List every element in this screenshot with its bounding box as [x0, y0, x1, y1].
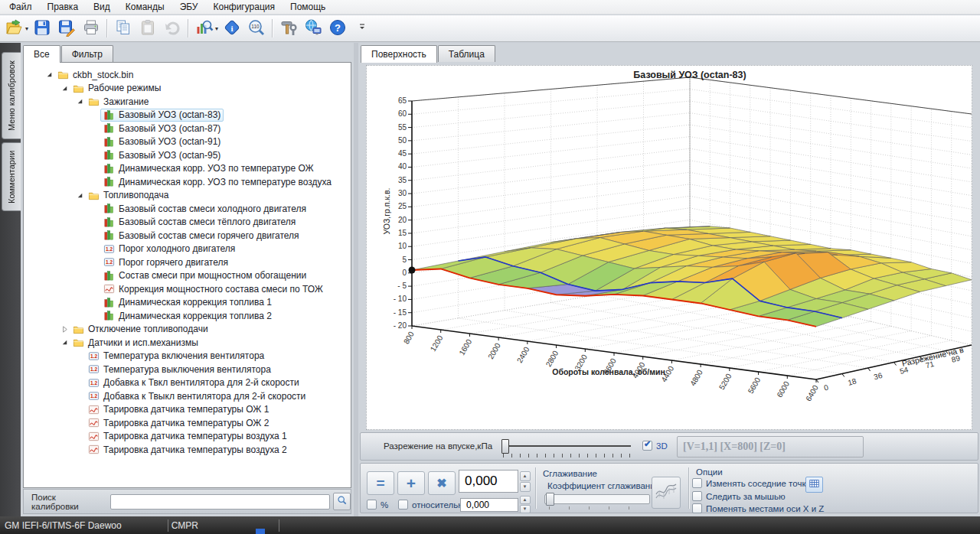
chart-area[interactable]: - 20- 15- 10- 50510152025303540455055606… [366, 65, 972, 430]
collapse-icon[interactable] [74, 191, 85, 200]
tree-item-label: Коррекция мощностного состава смеси по Т… [119, 284, 323, 295]
menu-file[interactable]: Файл [2, 0, 40, 14]
connection-button[interactable] [302, 17, 325, 40]
apply-smoothing-button[interactable] [652, 477, 681, 509]
value-input[interactable] [459, 473, 518, 490]
multiply-value-button[interactable]: ✖ [428, 471, 456, 495]
relative-spinner[interactable]: ▲▼ [519, 495, 531, 513]
open-file-button[interactable] [3, 17, 26, 40]
3d-checkbox[interactable] [642, 441, 652, 451]
expand-icon[interactable] [59, 325, 70, 334]
menu-help[interactable]: Помощь [283, 0, 333, 14]
tree-item[interactable]: Базовый УОЗ (octan-95) [24, 148, 351, 162]
save-as-button[interactable] [55, 17, 78, 40]
tree-item[interactable]: Зажигание [24, 95, 351, 109]
help-button[interactable]: ? [326, 17, 349, 40]
tree-item[interactable]: ckbh_stock.bin [24, 68, 351, 82]
adjacent-points-grid-button[interactable] [805, 477, 823, 493]
follow-mouse-checkbox[interactable] [692, 491, 702, 501]
collapse-icon[interactable] [59, 84, 70, 93]
tab-table[interactable]: Таблица [438, 45, 495, 62]
search-button[interactable] [333, 493, 351, 510]
tree-item[interactable]: Тарировка датчика температуры ОЖ 2 [24, 416, 351, 430]
info-button[interactable]: i [220, 17, 243, 40]
tree-item[interactable]: 1.2Порог горячего двигателя [24, 256, 351, 269]
print-icon [82, 18, 100, 39]
set-value-button[interactable]: = [367, 471, 394, 495]
tree-item[interactable]: 1.2Температура включения вентилятора [24, 350, 351, 363]
svg-text:Обороты коленвала, об/мин: Обороты коленвала, об/мин [552, 367, 665, 376]
help-icon: ? [328, 18, 347, 39]
print-button[interactable] [80, 17, 103, 40]
map-icon [103, 230, 116, 241]
smoothing-slider-track[interactable] [544, 494, 650, 504]
tab-all[interactable]: Все [23, 45, 60, 63]
tree-item[interactable]: 1.2Добавка к Твкл вентилятора для 2-й ск… [24, 376, 351, 390]
tree-item-label: Базовый УОЗ (octan-91) [119, 136, 220, 147]
tree-item[interactable]: Рабочие режимы [24, 82, 351, 96]
vacuum-slider-handle[interactable] [501, 439, 509, 454]
vacuum-slider-row: Разрежение на впуске,кПа 3D [V=1,1] [X=8… [360, 432, 978, 461]
percent-checkbox[interactable] [367, 500, 377, 510]
add-value-button[interactable]: + [397, 471, 425, 495]
value-spinner[interactable]: ▲▼ [519, 471, 531, 492]
relative-value-input[interactable] [461, 499, 518, 511]
smoothing-slider-handle[interactable] [546, 493, 554, 506]
adjacent-points-checkbox[interactable] [692, 478, 702, 488]
vertical-tab-calibration-menu[interactable]: Меню калибровок [2, 52, 21, 139]
vertical-tab-comments[interactable]: Комментарии [2, 142, 21, 211]
tree-item[interactable]: Базовый состав смеси горячего двигателя [24, 229, 351, 243]
dropdown-caret-icon[interactable]: ▾ [25, 25, 28, 32]
collapse-icon[interactable] [59, 338, 70, 347]
tree-item[interactable]: Базовый УОЗ (octan-87) [24, 122, 351, 135]
tree-item[interactable]: Тарировка датчика температуры воздуха 2 [24, 443, 351, 457]
tree-item[interactable]: Базовый состав смеси тёплого двигателя [24, 216, 351, 230]
svg-text:- 15: - 15 [394, 308, 407, 317]
tree-item[interactable]: Базовый УОЗ (octan-83) [24, 109, 351, 122]
tree-item[interactable]: Динамическая коррекция топлива 1 [24, 296, 351, 310]
collapse-icon[interactable] [74, 97, 85, 106]
svg-text:5: 5 [402, 256, 407, 264]
swap-axes-checkbox[interactable] [692, 503, 702, 513]
tree-item[interactable]: 1.2Добавка к Твыкл вентилятора для 2-й с… [24, 389, 351, 403]
menu-commands[interactable]: Команды [118, 0, 172, 14]
tree-item[interactable]: Датчики и исп.механизмы [24, 336, 351, 350]
tab-surface[interactable]: Поверхность [361, 45, 437, 63]
tree-item[interactable]: Отключение топливоподачи [24, 323, 351, 337]
vacuum-slider-track[interactable] [502, 445, 631, 447]
settings-button[interactable] [277, 17, 300, 40]
collapse-icon[interactable] [44, 70, 54, 79]
tree-item[interactable]: Тарировка датчика температуры воздуха 1 [24, 430, 351, 444]
curve-icon [88, 431, 101, 442]
tree-item[interactable]: Базовый УОЗ (octan-91) [24, 135, 351, 149]
menu-edit[interactable]: Правка [40, 0, 87, 14]
toolbar-separator [106, 19, 108, 37]
tree-item[interactable]: Топливоподача [24, 189, 351, 203]
tree-item[interactable]: 1.2Порог холодного двигателя [24, 243, 351, 256]
menu-configuration[interactable]: Конфигурация [205, 0, 283, 14]
save-button[interactable] [31, 17, 54, 40]
copy-button[interactable] [112, 17, 135, 40]
menu-view[interactable]: Вид [86, 0, 118, 14]
tree-item[interactable]: Тарировка датчика температуры ОЖ 1 [24, 403, 351, 417]
relative-checkbox[interactable] [398, 500, 408, 510]
dropdown-caret-icon[interactable]: ▾ [215, 25, 218, 32]
tree-item[interactable]: Базовый состав смеси холодного двигателя [24, 202, 351, 216]
save-icon [33, 18, 51, 39]
toolbar-overflow-button[interactable] [351, 17, 374, 40]
scalar-icon: 1.2 [103, 243, 116, 255]
surface-chart[interactable]: - 20- 15- 10- 50510152025303540455055606… [367, 66, 972, 429]
tree-item[interactable]: Динамическая корр. УОЗ по температуре ОЖ [24, 162, 351, 176]
compare-maps-button[interactable] [193, 17, 216, 40]
tree-item[interactable]: Динамическая корр. УОЗ по температуре во… [24, 175, 351, 189]
tree-item[interactable]: Динамическая коррекция топлива 2 [24, 309, 351, 323]
tree-item[interactable]: Состав смеси при мощностном обогащении [24, 269, 351, 283]
search-input[interactable] [110, 494, 331, 510]
tab-filter[interactable]: Фильтр [61, 45, 113, 62]
tree-item[interactable]: 1.2Температура выключения вентилятора [24, 363, 351, 376]
menu-ecu[interactable]: ЭБУ [172, 0, 206, 14]
tree[interactable]: ckbh_stock.binРабочие режимыЗажиганиеБаз… [23, 62, 351, 488]
find-value-button[interactable]: 110 [245, 17, 268, 40]
svg-text:УОЗ,гр.п.к.в.: УОЗ,гр.п.к.в. [382, 188, 391, 235]
tree-item[interactable]: Коррекция мощностного состава смеси по Т… [24, 282, 351, 296]
